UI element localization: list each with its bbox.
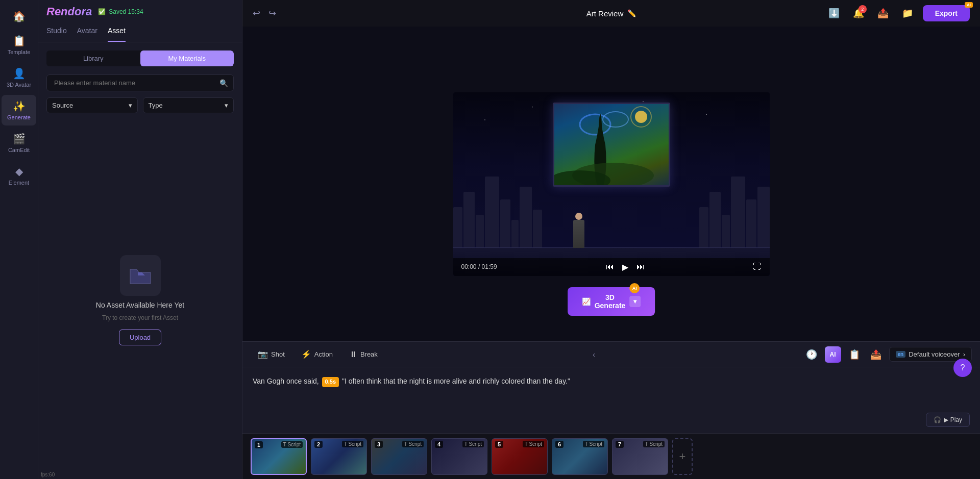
clip-2-num: 2 [314,441,323,448]
empty-folder-icon [120,255,161,296]
topbar-left: ↩ ↪ [253,8,276,19]
source-chevron-icon: ▾ [129,102,132,109]
tab-avatar[interactable]: Avatar [77,27,97,42]
clip-5-label: T Script [523,441,544,447]
sidebar-item-home[interactable]: 🏠 [2,5,36,28]
clip-6-label: T Script [583,441,604,447]
video-frame: 00:00 / 01:59 ⏮ ▶ ⏭ ⛶ [453,92,770,276]
time-tag: 0.5s [322,377,339,387]
script-content: Van Gogh once said, 0.5s "I often think … [242,367,980,433]
clip-7-num: 7 [616,441,624,448]
topbar-center: Art Review ✏️ [586,9,636,18]
folder-button[interactable]: 📁 [898,4,917,22]
camedit-icon: 🎬 [13,133,26,145]
search-icon[interactable]: 🔍 [219,79,228,87]
export-button[interactable]: Export AI [923,5,970,21]
video-controls: 00:00 / 01:59 ⏮ ▶ ⏭ ⛶ [453,258,770,276]
sidebar-label-element: Element [9,180,29,186]
filter-row: Source ▾ Type ▾ [46,97,234,113]
topbar-right: ⬇️ 🔔 2 📤 📁 Export AI [825,4,970,22]
notification-button[interactable]: 🔔 2 [849,4,868,22]
preview-container: 00:00 / 01:59 ⏮ ▶ ⏭ ⛶ 📈 3D Generat [242,27,980,341]
prev-button[interactable]: ⏮ [606,262,614,271]
generate-icon: ✨ [13,100,26,112]
asset-panel: Rendora ✅ Saved 15:34 Studio Avatar Asse… [38,0,242,479]
clip-3-num: 3 [375,441,383,448]
saved-check-icon: ✅ [98,8,106,15]
generate-button[interactable]: 📈 3D Generate ▾ AI [568,287,655,316]
saved-indicator: ✅ Saved 15:34 [98,8,143,15]
clip-3-label: T Script [402,441,424,447]
clip-2[interactable]: 2 T Script [311,438,367,475]
preview-area: 00:00 / 01:59 ⏮ ▶ ⏭ ⛶ 📈 3D Generat [242,0,980,479]
sidebar-item-avatar[interactable]: 👤 3D Avatar [2,62,36,93]
play-small-button[interactable]: 🎧 ▶ Play [926,413,970,427]
type-filter[interactable]: Type ▾ [143,97,234,113]
next-button[interactable]: ⏭ [636,262,645,271]
clip-1[interactable]: 1 T Script [251,438,307,475]
clip-7[interactable]: 7 T Script [612,438,668,475]
clip-4[interactable]: 4 T Script [431,438,487,475]
voiceover-lang: en [896,351,906,358]
subtab-library[interactable]: Library [46,51,140,66]
action-icon: ⚡ [301,349,311,359]
ai-badge: AI [965,2,973,8]
tab-asset[interactable]: Asset [108,27,126,42]
tab-studio[interactable]: Studio [46,27,67,42]
redo-button[interactable]: ↪ [268,8,276,19]
ai-tool-button[interactable]: AI [825,346,841,363]
sidebar-item-template[interactable]: 📋 Template [2,30,36,60]
clip-3[interactable]: 3 T Script [371,438,427,475]
headphone-icon: 🎧 [934,416,941,423]
upload-button[interactable]: Upload [119,330,161,345]
search-input[interactable] [52,75,219,91]
edit-pencil-icon[interactable]: ✏️ [627,9,636,17]
break-button[interactable]: ⏸ Break [342,346,385,363]
home-icon: 🏠 [13,10,26,22]
action-button[interactable]: ⚡ Action [294,346,340,363]
share-button[interactable]: 📤 [874,4,892,22]
script-copy-btn[interactable]: 📋 [846,346,863,363]
fps-badge: fps:60 [39,471,57,478]
sidebar-item-element[interactable]: ◆ Element [2,160,36,191]
play-button[interactable]: ▶ [622,262,628,272]
sidebar-item-generate[interactable]: ✨ Generate [2,95,36,125]
subtab-my-materials[interactable]: My Materials [140,51,234,66]
upload-icon-btn[interactable]: ⬇️ [825,4,843,22]
camera-icon: 📷 [258,349,268,359]
saved-text: Saved 15:34 [109,8,143,15]
sidebar-label-camedit: CamEdit [8,147,30,153]
panel-tabs: Studio Avatar Asset [38,18,242,42]
break-icon: ⏸ [349,350,357,359]
clip-1-num: 1 [255,441,263,448]
main-content: ↩ ↪ Art Review ✏️ ⬇️ 🔔 2 📤 📁 Export AI ✏… [242,0,980,479]
clip-6[interactable]: 6 T Script [552,438,608,475]
svg-point-2 [635,111,647,123]
clip-4-label: T Script [462,441,484,447]
generate-ai-badge: AI [629,283,640,293]
empty-state: No Asset Available Here Yet Try to creat… [38,121,242,479]
fullscreen-button[interactable]: ⛶ [753,262,761,271]
clock-icon-btn[interactable]: 🕐 [803,346,820,363]
help-button[interactable]: ? [953,359,972,377]
clip-6-num: 6 [555,441,564,448]
template-icon: 📋 [13,35,26,47]
svg-point-1 [603,112,628,127]
notification-badge: 2 [859,5,867,13]
add-clip-button[interactable]: + [672,438,693,475]
video-scene [453,92,770,276]
sidebar-item-camedit[interactable]: 🎬 CamEdit [2,128,36,158]
empty-title: No Asset Available Here Yet [96,301,184,309]
undo-button[interactable]: ↩ [253,8,260,19]
project-title: Art Review [586,9,624,18]
generate-dropdown-arrow[interactable]: ▾ [629,296,641,307]
shot-button[interactable]: 📷 Shot [251,346,292,363]
export-script-btn[interactable]: 📤 [868,346,884,363]
clip-2-label: T Script [342,441,363,447]
script-toolbar: 📷 Shot ⚡ Action ⏸ Break ‹ 🕐 AI 📋 📤 [242,342,980,367]
empty-subtitle: Try to create your first Asset [102,314,178,321]
collapse-button[interactable]: ‹ [593,350,595,359]
clip-5[interactable]: 5 T Script [492,438,548,475]
bottom-area: 📷 Shot ⚡ Action ⏸ Break ‹ 🕐 AI 📋 📤 [242,341,980,479]
source-filter[interactable]: Source ▾ [46,97,138,113]
